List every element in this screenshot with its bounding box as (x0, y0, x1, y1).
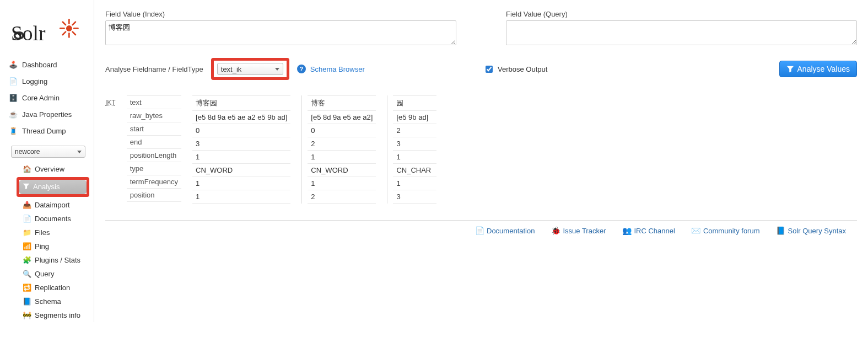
home-icon: 🏠 (23, 165, 31, 173)
mail-icon: ✉️ (692, 226, 700, 235)
footer-documentation[interactable]: 📄Documentation (475, 226, 535, 235)
svg-point-1 (66, 25, 72, 31)
analysis-result: IKT text raw_bytes start end positionLen… (105, 95, 857, 204)
subnav-files-label: Files (35, 228, 50, 237)
token-value: 博客园 (192, 95, 290, 111)
subnav-files[interactable]: 📁Files (19, 226, 94, 239)
subnav-overview-label: Overview (35, 165, 64, 173)
users-icon: 👥 (622, 226, 631, 235)
token-value: 1 (393, 177, 436, 190)
token-column-0: 博客园 [e5 8d 9a e5 ae a2 e5 9b ad] 0 3 1 C… (192, 95, 290, 204)
footer-forum-label: Community forum (703, 227, 760, 235)
subnav-documents[interactable]: 📄Documents (19, 212, 94, 226)
help-icon[interactable]: ? (297, 65, 306, 73)
subnav-dataimport[interactable]: 📥Dataimport (19, 198, 94, 212)
subnav-plugins[interactable]: 🧩Plugins / Stats (19, 253, 94, 267)
token-value: [e5 8d 9a e5 ae a2 e5 9b ad] (192, 111, 290, 124)
nav-javaprops-label: Java Properties (22, 110, 72, 119)
logging-icon: 📄 (9, 77, 18, 86)
token-value: 2 (308, 190, 376, 204)
query-input[interactable] (506, 20, 857, 45)
java-icon: ☕ (9, 110, 18, 119)
nav-logging[interactable]: 📄Logging (4, 74, 89, 89)
token-value: 3 (192, 137, 290, 151)
query-label: Field Value (Query) (506, 10, 568, 18)
subnav-replication-label: Replication (35, 284, 70, 292)
book-icon: 📘 (777, 226, 785, 235)
attr-label: end (127, 136, 181, 149)
token-value: 园 (393, 95, 436, 111)
footer-irc-label: IRC Channel (634, 227, 675, 235)
core-selector[interactable]: newcore (11, 146, 85, 158)
nav-core-admin[interactable]: 🗄️Core Admin (4, 90, 89, 106)
index-input[interactable] (105, 20, 456, 45)
footer-forum[interactable]: ✉️Community forum (692, 226, 760, 235)
index-label: Field Value (Index) (105, 10, 165, 18)
footer-syntax[interactable]: 📘Solr Query Syntax (777, 226, 847, 235)
svg-text:Solr: Solr (11, 22, 46, 45)
subnav-ping[interactable]: 📶Ping (19, 239, 94, 253)
nav-threaddump-label: Thread Dump (22, 127, 66, 135)
token-value: 1 (192, 177, 290, 190)
token-value: 3 (393, 137, 436, 151)
core-selector-value: newcore (15, 148, 40, 156)
nav-logging-label: Logging (22, 77, 47, 86)
analyzer-tag: IKT (105, 95, 116, 204)
attr-label: text (127, 95, 181, 109)
schema-icon: 📘 (23, 297, 31, 306)
subnav-schema[interactable]: 📘Schema (19, 295, 94, 308)
subnav-documents-label: Documents (35, 215, 71, 223)
svg-line-7 (73, 32, 76, 35)
nav-java-props[interactable]: ☕Java Properties (4, 107, 89, 122)
solr-logo: Solr (11, 17, 80, 46)
footer-irc[interactable]: 👥IRC Channel (622, 226, 675, 235)
verbose-checkbox[interactable] (486, 66, 493, 73)
search-icon: 🔍 (23, 270, 31, 278)
token-value: CN_WORD (308, 164, 376, 177)
sidebar: Solr 🕹️Dashboard 📄Logging 🗄️Core Admin (0, 0, 94, 322)
nav-thread-dump[interactable]: 🧵Thread Dump (4, 124, 89, 139)
ping-icon: 📶 (23, 242, 31, 250)
fieldtype-select[interactable]: text_ik (217, 63, 283, 75)
token-value: CN_CHAR (393, 164, 436, 177)
subnav-analysis[interactable]: Analysis (19, 180, 87, 194)
token-value: 3 (393, 190, 436, 204)
fieldtype-select-value: text_ik (221, 65, 242, 73)
replication-icon: 🔁 (23, 284, 31, 292)
subnav-replication[interactable]: 🔁Replication (19, 281, 94, 295)
subnav-dataimport-label: Dataimport (35, 201, 70, 209)
funnel-icon (23, 183, 30, 191)
highlight-analysis: Analysis (17, 177, 89, 197)
plugin-icon: 🧩 (23, 256, 31, 264)
nav-coreadmin-label: Core Admin (22, 94, 60, 102)
token-value: 1 (308, 151, 376, 164)
svg-line-8 (73, 22, 76, 25)
subnav-overview[interactable]: 🏠Overview (19, 162, 94, 176)
token-value: [e5 8d 9a e5 ae a2] (308, 111, 376, 124)
subnav-ping-label: Ping (35, 242, 49, 250)
attr-label: start (127, 122, 181, 136)
coreadmin-icon: 🗄️ (9, 94, 18, 103)
subnav-analysis-label: Analysis (33, 183, 60, 191)
token-value: 博客 (308, 95, 376, 111)
index-block: Field Value (Index) (105, 10, 456, 47)
token-value: 0 (192, 124, 290, 137)
footer-syntax-label: Solr Query Syntax (788, 227, 847, 235)
attr-label: raw_bytes (127, 109, 181, 122)
attr-label: type (127, 162, 181, 175)
funnel-icon (786, 65, 794, 73)
bug-icon: 🐞 (551, 226, 560, 235)
analyse-button[interactable]: Analyse Values (779, 61, 857, 77)
thread-icon: 🧵 (9, 127, 18, 136)
token-value: 1 (308, 177, 376, 190)
schema-browser-link[interactable]: Schema Browser (310, 65, 365, 73)
footer-issue-label: Issue Tracker (563, 227, 606, 235)
subnav-segments[interactable]: 🚧Segments info (19, 308, 94, 322)
token-value: CN_WORD (192, 164, 290, 177)
subnav-segments-label: Segments info (35, 311, 80, 319)
nav-dashboard-label: Dashboard (22, 61, 57, 69)
subnav-query[interactable]: 🔍Query (19, 267, 94, 281)
footer-issue-tracker[interactable]: 🐞Issue Tracker (551, 226, 606, 235)
analyse-button-label: Analyse Values (797, 65, 850, 73)
nav-dashboard[interactable]: 🕹️Dashboard (4, 57, 89, 73)
